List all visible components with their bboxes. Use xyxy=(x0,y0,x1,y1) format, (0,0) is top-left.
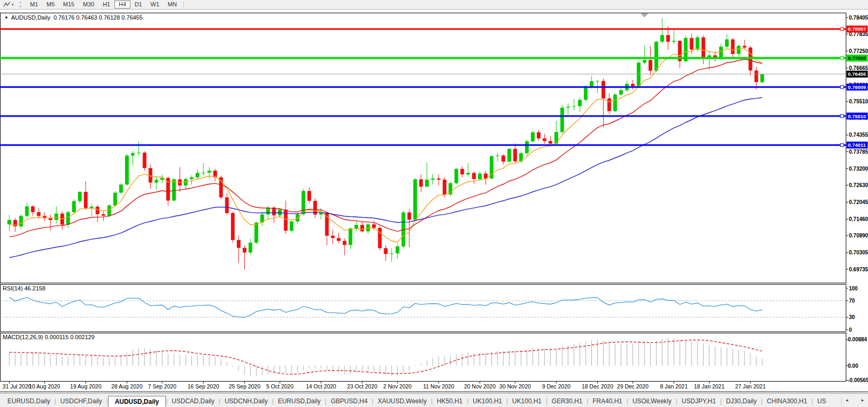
chart-tab-AUDUSD-Daily[interactable]: AUDUSD,Daily xyxy=(108,396,166,407)
timeframe-button-MN[interactable]: MN xyxy=(164,1,181,8)
timeframe-button-M5[interactable]: M5 xyxy=(42,1,59,8)
candle-body xyxy=(725,39,729,47)
candle-body xyxy=(113,193,117,206)
chart-tab-GER30-H1[interactable]: GER30,H1 xyxy=(547,396,587,407)
collapse-triangle-icon[interactable]: ▼ xyxy=(4,15,8,20)
date-tick-label: 10 Aug 2020 xyxy=(29,383,60,390)
candle-body xyxy=(337,238,341,241)
macd-tick-label: -0.005651 xyxy=(848,377,868,383)
price-tick-label: 0.73200 xyxy=(849,166,868,172)
candle-body xyxy=(243,248,246,253)
candle-body xyxy=(325,213,329,235)
candle-body xyxy=(442,180,446,194)
chevron-down-icon[interactable]: ▾ xyxy=(12,3,14,7)
date-tick-label: 29 Dec 2020 xyxy=(617,383,649,390)
candle-body xyxy=(201,173,205,173)
candle-body xyxy=(19,216,23,226)
chart-tool-button[interactable]: ▾ xyxy=(2,1,15,8)
timeframe-button-D1[interactable]: D1 xyxy=(130,1,146,8)
timeframe-button-M15[interactable]: M15 xyxy=(59,1,78,8)
candle-body xyxy=(543,138,546,141)
rsi-tick-label: 30 xyxy=(849,314,855,320)
candle-body xyxy=(431,179,435,180)
candle-body xyxy=(231,213,235,240)
price-chart: 0.784050.778350.772500.766650.760800.755… xyxy=(0,0,868,407)
toolbar-separator xyxy=(183,1,184,8)
candle-body xyxy=(737,46,740,54)
timeframe-button-H4[interactable]: H4 xyxy=(114,1,130,8)
hline-handle[interactable] xyxy=(840,144,844,147)
hline-price-badge: 0.78007 xyxy=(847,25,868,32)
candle-body xyxy=(596,81,599,82)
chart-tab-HK50-H1[interactable]: HK50,H1 xyxy=(432,396,467,407)
candle-body xyxy=(513,149,517,162)
candle-body xyxy=(613,94,617,111)
hline-handle[interactable] xyxy=(840,57,844,60)
chart-tab-USDCHF-Daily[interactable]: USDCHF,Daily xyxy=(56,396,107,407)
candle-body xyxy=(508,149,511,162)
timeframe-button-W1[interactable]: W1 xyxy=(146,1,164,8)
candle-body xyxy=(501,156,505,162)
chart-tab-DJ30-Daily[interactable]: DJ30,Daily xyxy=(722,396,761,407)
timeframe-button-M30[interactable]: M30 xyxy=(78,1,98,8)
candle-body xyxy=(96,207,100,214)
candle-body xyxy=(296,214,299,222)
chart-tab-USDJPY-H1[interactable]: USDJPY,H1 xyxy=(677,396,720,407)
hline-price-badge: 0.77008 xyxy=(847,55,868,61)
date-tick-label: 28 Aug 2020 xyxy=(111,383,143,390)
candle-body xyxy=(495,156,499,156)
candle-body xyxy=(637,63,641,86)
candle-body xyxy=(84,192,87,208)
bid-price-badge: 0.76455 xyxy=(847,70,868,77)
candle-body xyxy=(108,206,111,216)
candle-body xyxy=(702,38,705,58)
svg-text:0.77008: 0.77008 xyxy=(848,55,866,61)
chart-tab-FRA40-H1[interactable]: FRA40,H1 xyxy=(588,396,626,407)
rsi-name: RSI(14) xyxy=(3,285,23,291)
toolbar-grip[interactable] xyxy=(20,2,23,7)
chart-tab-EURUSD-Daily[interactable]: EURUSD,Daily xyxy=(273,396,325,407)
rsi-tick-label: 100 xyxy=(849,286,858,291)
candle-body xyxy=(355,225,358,228)
timeframe-button-M1[interactable]: M1 xyxy=(26,1,42,8)
date-tick-label: 14 Oct 2020 xyxy=(306,383,336,390)
hline-handle[interactable] xyxy=(840,28,844,31)
chart-tab-GBPUSD-H4[interactable]: GBPUSD,H4 xyxy=(326,396,371,407)
candle-body xyxy=(290,222,294,231)
candle-body xyxy=(331,236,335,238)
chart-tab-USDCAD-Daily[interactable]: USDCAD,Daily xyxy=(167,396,219,407)
price-tick-label: 0.69735 xyxy=(849,267,868,272)
candle-body xyxy=(31,206,34,212)
chart-tab-EURUSD-Daily[interactable]: EURUSD,Daily xyxy=(3,396,55,407)
tab-scroll-left-icon[interactable]: ◄ xyxy=(845,398,849,403)
price-tick-label: 0.70305 xyxy=(849,250,868,255)
hline-handle[interactable] xyxy=(840,114,844,118)
candle-body xyxy=(743,46,747,47)
timeframe-button-H1[interactable]: H1 xyxy=(99,1,114,8)
tab-scroll-right-icon[interactable]: ► xyxy=(861,398,865,403)
candle-body xyxy=(378,228,382,248)
candle-body xyxy=(390,253,394,254)
candle-body xyxy=(131,153,135,155)
date-tick-label: 18 Dec 2020 xyxy=(582,383,614,390)
candle-body xyxy=(49,218,52,220)
chart-tab-USDCNH-Daily[interactable]: USDCNH,Daily xyxy=(220,396,272,407)
chart-tab-US[interactable]: US xyxy=(813,396,830,407)
candle-body xyxy=(607,99,611,111)
chart-tab-USOil-Weekly[interactable]: USOil,Weekly xyxy=(628,396,676,407)
date-tick-label: 11 Nov 2020 xyxy=(423,383,454,390)
chart-tab-XAUUSD-Weekly[interactable]: XAUUSD,Weekly xyxy=(374,396,431,407)
hline-handle[interactable] xyxy=(840,85,844,89)
date-tick-label: 30 Nov 2020 xyxy=(499,383,531,390)
candle-body xyxy=(731,39,734,54)
candle-body xyxy=(254,223,258,243)
chart-tab-UK100-H1[interactable]: UK100,H1 xyxy=(508,396,546,407)
chart-tab-UK100-H1[interactable]: UK100,H1 xyxy=(468,396,506,407)
candle-body xyxy=(284,209,288,231)
chart-tab-CHINA300-H1[interactable]: CHINA300,H1 xyxy=(763,396,811,407)
candle-body xyxy=(7,220,11,224)
svg-text:0.75010: 0.75010 xyxy=(848,113,866,119)
candle-body xyxy=(225,197,229,213)
chart-ohlc-values: 0.76176 0.76463 0.76128 0.76455 xyxy=(54,14,143,21)
macd-indicator-label: MACD(12,26,9) 0.000115 0.002129 xyxy=(3,334,94,340)
